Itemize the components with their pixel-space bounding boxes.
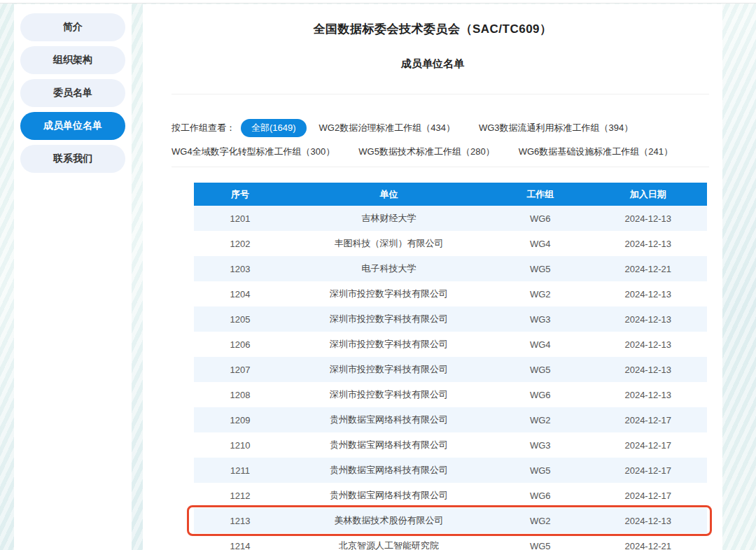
column-header: 序号	[194, 183, 286, 206]
cell-group: WG2	[491, 281, 589, 306]
divider-top	[172, 94, 709, 94]
cell-date: 2024-12-21	[589, 256, 707, 281]
cell-group: WG6	[491, 483, 589, 508]
cell-unit: 贵州数据宝网络科技有限公司	[286, 432, 491, 458]
cell-date: 2024-12-13	[589, 508, 707, 533]
cell-seq: 1207	[194, 357, 286, 382]
page: { "sidebar": { "items": [ { "label": "简介…	[0, 0, 756, 550]
cell-unit: 贵州数据宝网络科技有限公司	[286, 407, 491, 432]
table-row[interactable]: 1213美林数据技术股份有限公司WG22024-12-13	[194, 508, 707, 533]
sidebar-item[interactable]: 联系我们	[20, 145, 125, 173]
page-subtitle: 成员单位名单	[143, 57, 722, 71]
cell-group: WG4	[491, 231, 589, 256]
filter-item[interactable]: WG2数据治理标准工作组（434）	[319, 122, 455, 134]
table-body: 1201吉林财经大学WG62024-12-131202丰图科技（深圳）有限公司W…	[194, 206, 707, 550]
cell-seq: 1209	[194, 407, 286, 432]
table-row[interactable]: 1206深圳市投控数字科技有限公司WG42024-12-13	[194, 332, 707, 357]
table-row[interactable]: 1205深圳市投控数字科技有限公司WG32024-12-13	[194, 306, 707, 332]
cell-group: WG5	[491, 458, 589, 483]
filter-pill-all[interactable]: 全部(1649)	[241, 119, 307, 137]
cell-date: 2024-12-13	[589, 231, 707, 256]
cell-date: 2024-12-17	[589, 407, 707, 432]
main-panel: 全国数据标委会技术委员会（SAC/TC609） 成员单位名单 按工作组查看： 全…	[143, 4, 722, 550]
filter-label: 按工作组查看：	[172, 122, 235, 134]
table-row[interactable]: 1210贵州数据宝网络科技有限公司WG32024-12-17	[194, 432, 707, 458]
cell-unit: 深圳市投控数字科技有限公司	[286, 332, 491, 357]
cell-group: WG3	[491, 432, 589, 458]
sidebar: 简介组织架构委员名单成员单位名单联系我们	[14, 4, 132, 550]
cell-seq: 1211	[194, 458, 286, 483]
cell-date: 2024-12-13	[589, 382, 707, 407]
member-table: 序号单位工作组加入日期 1201吉林财经大学WG62024-12-131202丰…	[194, 183, 707, 550]
cell-unit: 深圳市投控数字科技有限公司	[286, 281, 491, 306]
cell-unit: 美林数据技术股份有限公司	[286, 508, 491, 533]
filter-line-2: WG4全域数字化转型标准工作组（300）WG5数据技术标准工作组（280）WG6…	[172, 142, 714, 162]
cell-date: 2024-12-17	[589, 483, 707, 508]
cell-date: 2024-12-17	[589, 458, 707, 483]
cell-seq: 1210	[194, 432, 286, 458]
workgroup-filters: 按工作组查看： 全部(1649)WG2数据治理标准工作组（434）WG3数据流通…	[172, 118, 714, 166]
table-row[interactable]: 1207深圳市投控数字科技有限公司WG52024-12-13	[194, 357, 707, 382]
cell-seq: 1201	[194, 206, 286, 231]
member-table-wrap: 序号单位工作组加入日期 1201吉林财经大学WG62024-12-131202丰…	[194, 183, 707, 550]
cell-group: WG6	[491, 382, 589, 407]
divider-bottom	[172, 167, 709, 167]
filter-item[interactable]: WG6数据基础设施标准工作组（241）	[519, 146, 673, 158]
cell-seq: 1205	[194, 306, 286, 332]
sidebar-item[interactable]: 简介	[20, 13, 125, 41]
column-header: 单位	[286, 183, 491, 206]
cell-seq: 1204	[194, 281, 286, 306]
cell-date: 2024-12-13	[589, 306, 707, 332]
cell-group: WG6	[491, 206, 589, 231]
filter-item[interactable]: WG5数据技术标准工作组（280）	[358, 146, 494, 158]
table-row[interactable]: 1209贵州数据宝网络科技有限公司WG22024-12-17	[194, 407, 707, 432]
cell-group: WG5	[491, 357, 589, 382]
cell-group: WG3	[491, 306, 589, 332]
table-row[interactable]: 1208深圳市投控数字科技有限公司WG62024-12-13	[194, 382, 707, 407]
filter-line-1-items: 全部(1649)WG2数据治理标准工作组（434）WG3数据流通利用标准工作组（…	[241, 119, 657, 137]
page-title: 全国数据标委会技术委员会（SAC/TC609）	[143, 4, 722, 37]
table-row[interactable]: 1212贵州数据宝网络科技有限公司WG62024-12-17	[194, 483, 707, 508]
cell-seq: 1208	[194, 382, 286, 407]
cell-seq: 1214	[194, 533, 286, 550]
table-row[interactable]: 1201吉林财经大学WG62024-12-13	[194, 206, 707, 231]
table-header-row: 序号单位工作组加入日期	[194, 183, 707, 206]
top-divider	[0, 0, 756, 3]
cell-unit: 深圳市投控数字科技有限公司	[286, 357, 491, 382]
cell-date: 2024-12-17	[589, 432, 707, 458]
cell-unit: 贵州数据宝网络科技有限公司	[286, 458, 491, 483]
filter-line-1: 按工作组查看： 全部(1649)WG2数据治理标准工作组（434）WG3数据流通…	[172, 118, 714, 138]
cell-unit: 电子科技大学	[286, 256, 491, 281]
cell-date: 2024-12-13	[589, 206, 707, 231]
filter-item[interactable]: WG4全域数字化转型标准工作组（300）	[172, 146, 335, 158]
table-row[interactable]: 1202丰图科技（深圳）有限公司WG42024-12-13	[194, 231, 707, 256]
cell-seq: 1212	[194, 483, 286, 508]
cell-unit: 丰图科技（深圳）有限公司	[286, 231, 491, 256]
cell-date: 2024-12-13	[589, 332, 707, 357]
cell-seq: 1202	[194, 231, 286, 256]
cell-group: WG5	[491, 256, 589, 281]
cell-group: WG5	[491, 533, 589, 550]
sidebar-nav: 简介组织架构委员名单成员单位名单联系我们	[14, 13, 132, 173]
sidebar-item[interactable]: 组织架构	[20, 46, 125, 74]
column-header: 工作组	[491, 183, 589, 206]
sidebar-item[interactable]: 委员名单	[20, 79, 125, 107]
table-row[interactable]: 1203电子科技大学WG52024-12-21	[194, 256, 707, 281]
table-header: 序号单位工作组加入日期	[194, 183, 707, 206]
cell-unit: 吉林财经大学	[286, 206, 491, 231]
table-row[interactable]: 1214北京智源人工智能研究院WG52024-12-21	[194, 533, 707, 550]
sidebar-item[interactable]: 成员单位名单	[20, 112, 125, 140]
cell-seq: 1206	[194, 332, 286, 357]
table-row[interactable]: 1211贵州数据宝网络科技有限公司WG52024-12-17	[194, 458, 707, 483]
cell-seq: 1213	[194, 508, 286, 533]
table-row[interactable]: 1204深圳市投控数字科技有限公司WG22024-12-13	[194, 281, 707, 306]
cell-group: WG2	[491, 508, 589, 533]
cell-date: 2024-12-13	[589, 281, 707, 306]
filter-item[interactable]: WG3数据流通利用标准工作组（394）	[479, 122, 633, 134]
cell-unit: 北京智源人工智能研究院	[286, 533, 491, 550]
cell-group: WG2	[491, 407, 589, 432]
cell-unit: 深圳市投控数字科技有限公司	[286, 306, 491, 332]
cell-unit: 深圳市投控数字科技有限公司	[286, 382, 491, 407]
cell-group: WG4	[491, 332, 589, 357]
cell-unit: 贵州数据宝网络科技有限公司	[286, 483, 491, 508]
